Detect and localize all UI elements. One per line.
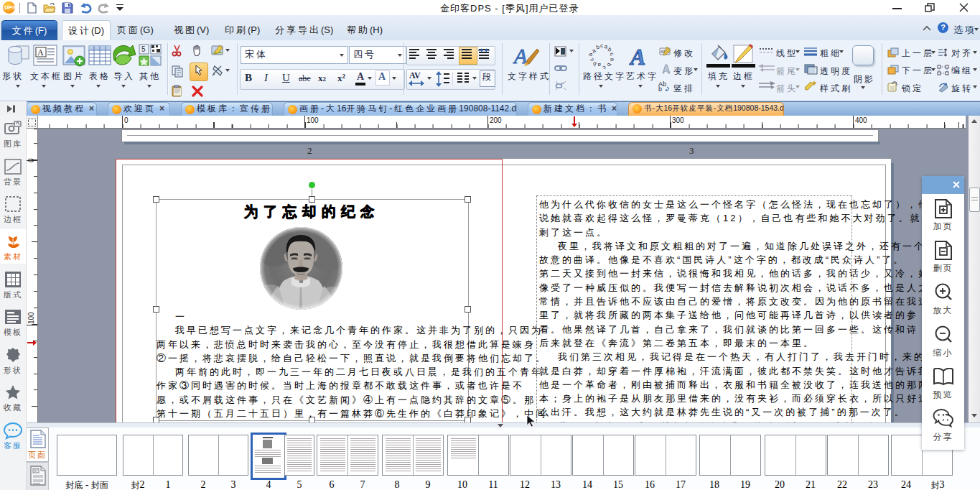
svg-text:c: c (600, 43, 603, 49)
svg-text:a: a (609, 57, 615, 62)
svg-text:a: a (587, 52, 594, 57)
svg-text:b: b (658, 85, 662, 92)
svg-text:A: A (37, 47, 44, 57)
svg-text:A: A (629, 44, 645, 69)
svg-text:a: a (597, 62, 601, 68)
svg-text:5: 5 (141, 45, 146, 53)
